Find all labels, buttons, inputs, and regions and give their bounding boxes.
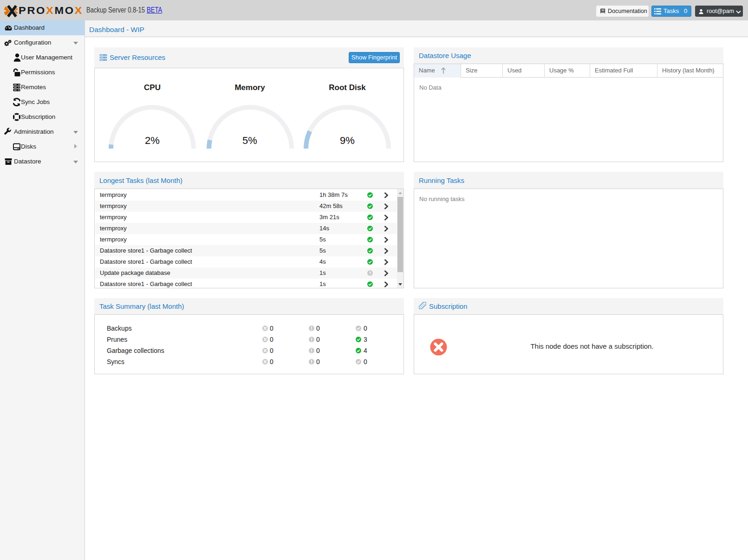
svg-text:?: ? bbox=[369, 271, 371, 275]
